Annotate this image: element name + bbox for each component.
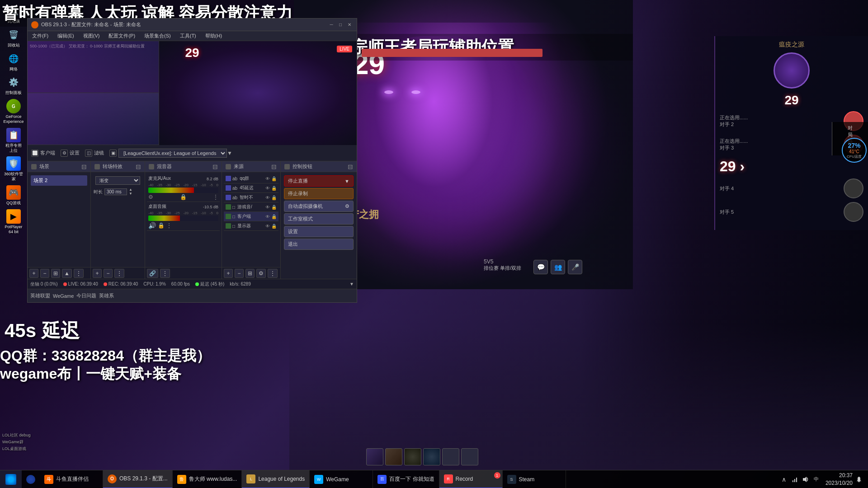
source-vis-game-audio[interactable]: 👁 [265,205,270,210]
transition-collapse[interactable]: ⊟ [136,163,141,170]
taskbar-baidu[interactable]: 百 百度一下 你就知道 [373,470,439,488]
hero-tab[interactable]: 英雄系 [99,292,114,299]
window-select-container[interactable]: ▣ [LeagueClientUx.exe]: League of Legend… [109,149,232,158]
source-item-monitor[interactable]: □ 显示器 👁 🔒 [224,221,278,231]
menu-help[interactable]: 帮助(H) [203,32,225,40]
menu-profile[interactable]: 配置文件(P) [106,32,138,40]
more-source-btn[interactable]: ⋮ [268,269,278,278]
tray-volume[interactable] [801,475,810,484]
chat-icon[interactable]: 💬 [533,260,548,274]
scene-panel-collapse[interactable]: ⊟ [81,163,87,170]
duration-spinners[interactable]: ▲ ▼ [129,188,132,196]
sources-collapse[interactable]: ⊟ [271,163,277,170]
mixer-collapse[interactable]: ⊟ [212,163,218,170]
source-vis-smart[interactable]: 👁 [265,195,270,200]
duplicate-scene-btn[interactable]: ⊞ [51,269,60,278]
mixer-track-1-controls[interactable]: ⚙ 🔒 ⋮ [148,194,218,200]
item-2[interactable] [385,448,402,465]
virtual-camera-button[interactable]: 自动虚拟摄像机 ⚙ [284,201,354,212]
source-vis-client[interactable]: 👁 [265,214,270,219]
client-interface-btn[interactable]: ⬜ 客户端 [31,150,55,157]
start-button[interactable] [0,470,22,488]
mic-more-icon[interactable]: ⋮ [213,194,218,200]
exit-button[interactable]: 退出 [284,239,354,250]
sources-toolbar[interactable]: + − ⊞ ⚙ ⋮ [222,267,280,279]
move-scene-up-btn[interactable]: ▲ [62,269,72,278]
source-lock-smart[interactable]: 🔒 [271,195,277,200]
source-lock-game-audio[interactable]: 🔒 [271,205,277,210]
settings-button[interactable]: 设置 [284,226,354,237]
desktop-icon-potplayer[interactable]: ▶ PotPlayer 64 bit [2,208,25,236]
taskbar-record[interactable]: R Record 1 [439,470,503,488]
obs-menubar[interactable]: 文件(F) 编辑(E) 视图(V) 配置文件(P) 场景集合(S) 工具(T) … [28,31,357,41]
statusbar-expand[interactable]: ▼ [349,282,354,286]
menu-tools[interactable]: 工具(T) [177,32,199,40]
system-clock[interactable]: 20:37 2023/10/20 [826,472,853,487]
obs-bottom-bar[interactable]: 英雄联盟 WeGame 今日问题 英雄系 [28,289,357,302]
source-lock-delay[interactable]: 🔒 [271,186,277,191]
menu-edit[interactable]: 编辑(E) [55,32,77,40]
duration-down[interactable]: ▼ [129,192,132,196]
menu-file[interactable]: 文件(F) [29,32,51,40]
desktop-icon-360[interactable]: 🛡️ 360软件管家 [2,155,25,183]
chat-icons-panel[interactable]: 💬 👥 🎤 [533,260,582,274]
maximize-button[interactable]: □ [337,21,344,28]
minimize-button[interactable]: ─ [328,21,335,28]
source-item-smart[interactable]: ab 智时不 👁 🔒 [224,193,278,202]
more-scene-btn[interactable]: ⋮ [74,269,84,278]
desktop-icon-qqgames[interactable]: 🎮 QQ游戏 [2,184,25,207]
desktop-icon-geforce[interactable]: G GeForce Experience [2,98,25,126]
desktop-icon-program[interactable]: 📋 程序专用上位 [2,127,25,155]
more-transition-btn[interactable]: ⋮ [114,269,124,278]
tray-language[interactable]: 中 [812,475,821,484]
taskbar-douyu[interactable]: 斗 斗鱼直播伴侣 [40,470,103,488]
taskbar-steam[interactable]: S Steam [503,470,566,488]
source-lock-qq[interactable]: 🔒 [271,176,277,181]
stop-live-button[interactable]: 停止直播 ▼ [284,175,354,187]
duration-up[interactable]: ▲ [129,188,132,192]
taskbar-wegame[interactable]: W WeGame [310,470,373,488]
desktop-icon-recycle[interactable]: 🗑️ 回收站 [2,26,25,49]
taskbar-lol[interactable]: L League of Legends [242,470,310,488]
source-vis-monitor[interactable]: 👁 [265,224,270,229]
menu-scenes[interactable]: 场景集合(S) [142,32,174,40]
add-scene-btn[interactable]: + [29,269,38,278]
scene-toolbar[interactable]: + − ⊞ ▲ ⋮ [28,267,90,279]
source-lock-client[interactable]: 🔒 [271,214,277,219]
today-tab[interactable]: 今日问题 [76,292,96,299]
taskbar-ludashi[interactable]: 鲁 鲁大师 www.ludas... [173,470,242,488]
item-4[interactable] [423,448,440,465]
remove-transition-btn[interactable]: − [104,269,113,278]
desktop-lock-icon[interactable]: 🔒 [158,222,165,229]
source-item-delay[interactable]: ab 45延迟 👁 🔒 [224,183,278,193]
transition-type-select[interactable]: 渐变 [95,176,140,185]
notifications-icon[interactable] [854,475,863,484]
virtual-camera-settings[interactable]: ⚙ [345,203,349,209]
mixer-link-btn[interactable]: 🔗 [147,269,158,278]
remove-source-btn[interactable]: − [235,269,244,278]
obs-titlebar[interactable]: OBS 29.1·3 - 配置文件: 未命名 - 场景: 未命名 ─ □ ✕ [28,19,357,31]
source-vis-qq[interactable]: 👁 [265,176,270,181]
mixer-more-btn[interactable]: ⋮ [160,269,170,278]
duration-input[interactable] [104,188,127,195]
desktop-icon-control[interactable]: ⚙️ 控制面板 [2,74,25,97]
remove-scene-btn[interactable]: − [40,269,49,278]
obs-source-toolbar[interactable]: ⬜ 客户端 ⚙ 设置 ◫ 滤镜 ▣ [LeagueClientUx.exe]: … [28,145,357,161]
taskbar-obs[interactable]: O OBS 29.1.3 - 配置... [103,470,173,488]
source-vis-delay[interactable]: 👁 [265,186,270,191]
desktop-volume-icon[interactable]: 🔊 [148,222,156,229]
studio-mode-button[interactable]: 工作室模式 [284,213,354,225]
taskbar-search-btn[interactable] [22,470,40,488]
source-item-game-audio[interactable]: □ 游戏音/ 👁 🔒 [224,202,278,212]
obs-titlebar-buttons[interactable]: ─ □ ✕ [328,21,353,28]
scene-item-2[interactable]: 场景 2 [31,175,87,186]
add-source-btn[interactable]: + [224,269,233,278]
controls-collapse[interactable]: ⊟ [348,163,353,170]
mixer-track-2-controls[interactable]: 🔊 🔒 ⋮ [148,222,218,229]
mixer-toolbar[interactable]: 🔗 ⋮ [145,267,222,279]
mic-settings-icon[interactable]: ⚙ [148,194,153,200]
stop-live-dropdown[interactable]: ▼ [344,178,349,184]
stop-record-button[interactable]: 停止录制 [284,188,354,199]
item-3[interactable] [404,448,421,465]
transition-toolbar[interactable]: + − ⋮ [91,267,145,279]
